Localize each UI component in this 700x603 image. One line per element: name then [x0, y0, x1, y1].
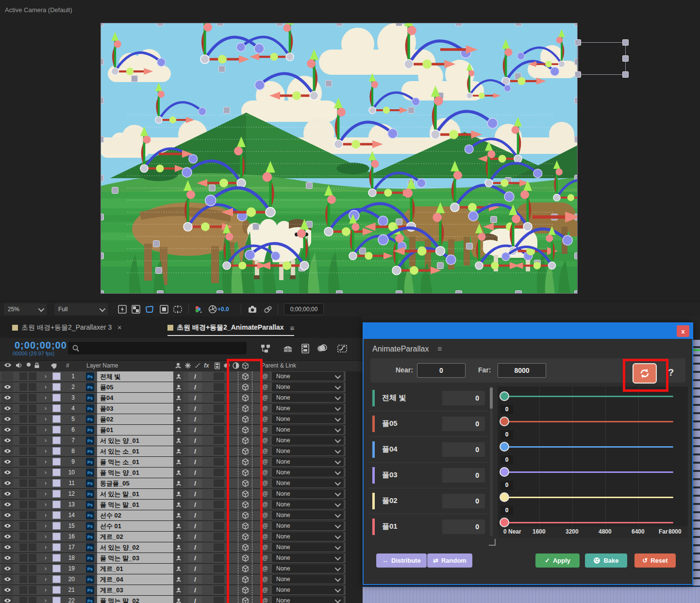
audio-toggle[interactable]	[19, 415, 27, 423]
depth-slider-handle[interactable]	[500, 518, 509, 527]
effects-toggle[interactable]	[214, 372, 224, 380]
solo-toggle[interactable]	[29, 479, 36, 487]
table-row[interactable]: › 7 Ps 서 있는 양_01 / @ None	[0, 436, 346, 446]
solo-toggle[interactable]	[29, 469, 36, 476]
apply-button[interactable]: ✓Apply	[535, 553, 580, 568]
video-toggle[interactable]	[1, 489, 13, 498]
solo-toggle[interactable]	[29, 501, 36, 508]
effects-toggle[interactable]	[214, 479, 224, 487]
video-toggle[interactable]	[1, 564, 13, 573]
table-row[interactable]: › 19 Ps 게르_01 / @ None	[0, 564, 346, 574]
shy-toggle[interactable]	[174, 436, 183, 445]
expand-arrow-icon[interactable]: ›	[45, 384, 47, 390]
shy-toggle[interactable]	[174, 564, 183, 573]
effects-toggle[interactable]	[214, 554, 224, 562]
video-toggle[interactable]	[1, 393, 13, 402]
layer-name[interactable]: 풀05	[97, 382, 173, 392]
parent-dropdown[interactable]: None	[272, 372, 344, 381]
quality-toggle[interactable]: /	[188, 436, 202, 445]
far-input[interactable]: 8000	[498, 363, 546, 378]
quality-toggle[interactable]: /	[188, 393, 202, 402]
solo-toggle[interactable]	[29, 597, 36, 603]
resolution-dropdown[interactable]: Full	[54, 303, 108, 315]
graph-editor-icon[interactable]	[335, 343, 350, 354]
effects-toggle[interactable]	[214, 458, 224, 466]
audio-toggle[interactable]	[19, 383, 27, 391]
audio-toggle[interactable]	[19, 469, 27, 476]
depth-value-input[interactable]: 0	[442, 468, 485, 483]
video-toggle[interactable]	[1, 425, 13, 434]
quality-toggle[interactable]: /	[188, 575, 202, 584]
label-color-chip[interactable]	[52, 426, 61, 434]
table-row[interactable]: › 1 Ps 전체 빛 / @ None	[0, 371, 346, 382]
expand-arrow-icon[interactable]: ›	[45, 458, 47, 465]
solo-toggle[interactable]	[29, 426, 36, 434]
shy-toggle[interactable]	[174, 575, 183, 584]
effects-toggle[interactable]	[214, 533, 224, 540]
depth-slider-graph[interactable]: 0 Near 1600 3200 4800 6400 Far 8000 0000…	[498, 386, 688, 538]
quality-toggle[interactable]: /	[188, 596, 202, 603]
video-toggle[interactable]	[1, 543, 13, 552]
quality-toggle[interactable]: /	[188, 489, 202, 498]
layer-name[interactable]: 풀 먹는 말_01	[97, 500, 173, 510]
video-toggle[interactable]	[1, 521, 13, 530]
audio-toggle[interactable]	[19, 575, 27, 583]
quality-toggle[interactable]: /	[188, 425, 202, 434]
shy-toggle[interactable]	[174, 393, 183, 402]
expand-arrow-icon[interactable]: ›	[45, 522, 47, 529]
expand-arrow-icon[interactable]: ›	[45, 469, 47, 476]
shy-toggle[interactable]	[174, 468, 183, 477]
expand-arrow-icon[interactable]: ›	[45, 533, 47, 540]
label-color-chip[interactable]	[52, 522, 61, 530]
solo-toggle[interactable]	[29, 522, 36, 530]
near-input[interactable]: 0	[417, 363, 466, 378]
layer-name[interactable]: 서 있는 말_01	[97, 489, 173, 499]
audio-toggle[interactable]	[19, 554, 27, 562]
layer-name[interactable]: 서 있는 소_01	[97, 446, 173, 456]
label-color-chip[interactable]	[52, 383, 61, 391]
solo-toggle[interactable]	[29, 511, 36, 519]
effects-toggle[interactable]	[214, 469, 224, 476]
expand-arrow-icon[interactable]: ›	[45, 597, 47, 603]
audio-toggle[interactable]	[19, 426, 27, 434]
camera-frame-icon[interactable]	[172, 304, 183, 315]
video-toggle[interactable]	[1, 404, 13, 413]
shy-toggle[interactable]	[174, 596, 183, 603]
video-toggle[interactable]	[1, 586, 13, 594]
label-color-chip[interactable]	[52, 447, 61, 455]
video-toggle[interactable]	[1, 457, 13, 466]
composition-flowchart-icon[interactable]	[259, 343, 273, 354]
quality-toggle[interactable]: /	[188, 500, 202, 509]
effects-toggle[interactable]	[214, 597, 224, 603]
video-toggle[interactable]	[1, 372, 13, 381]
quality-toggle[interactable]: /	[188, 404, 202, 413]
table-row[interactable]: › 20 Ps 게르_04 / @ None	[0, 574, 346, 585]
quality-toggle[interactable]: /	[188, 532, 202, 541]
depth-slider-track[interactable]	[505, 471, 673, 473]
random-button[interactable]: ⇄Random	[427, 553, 472, 568]
depth-slider-handle[interactable]	[500, 467, 509, 477]
shy-toggle[interactable]	[174, 532, 183, 541]
viewport-timecode[interactable]: 0;00;00;00	[284, 303, 324, 315]
table-row[interactable]: › 5 Ps 풀02 / @ None	[0, 414, 346, 425]
audio-toggle[interactable]	[19, 436, 27, 444]
parent-dropdown[interactable]: None	[272, 521, 344, 530]
depth-slider-track[interactable]	[505, 396, 673, 397]
panel-title-menu-icon[interactable]: ≡	[437, 345, 442, 353]
depth-slider-track[interactable]	[505, 522, 673, 523]
shy-toggle[interactable]	[174, 404, 183, 413]
frame-blending-icon[interactable]	[298, 343, 313, 354]
effects-toggle[interactable]	[214, 383, 224, 391]
video-toggle[interactable]	[1, 479, 13, 487]
parent-dropdown[interactable]: None	[272, 564, 344, 573]
expand-arrow-icon[interactable]: ›	[45, 416, 47, 422]
effects-toggle[interactable]	[214, 575, 224, 583]
audio-toggle[interactable]	[19, 404, 27, 412]
parent-dropdown[interactable]: None	[272, 586, 344, 594]
shy-toggle[interactable]	[174, 553, 183, 562]
table-row[interactable]: › 13 Ps 풀 먹는 말_01 / @ None	[0, 500, 346, 510]
shy-toggle[interactable]	[174, 383, 183, 391]
quality-toggle[interactable]: /	[188, 479, 202, 487]
audio-toggle[interactable]	[19, 522, 27, 530]
parent-dropdown[interactable]: None	[272, 596, 344, 603]
